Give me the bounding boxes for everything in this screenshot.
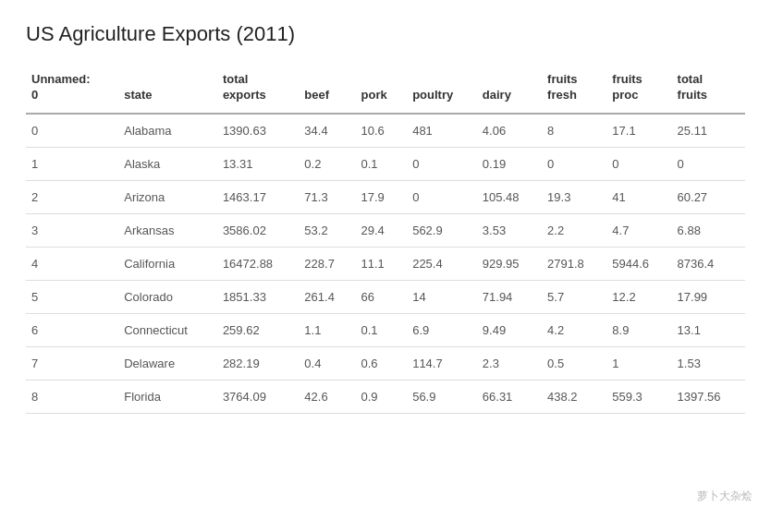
cell-dairy: 929.95 bbox=[477, 247, 542, 280]
cell-index: 5 bbox=[26, 280, 118, 313]
cell-fruits_fresh: 4.2 bbox=[542, 313, 606, 346]
cell-beef: 71.3 bbox=[299, 180, 355, 213]
cell-state: Alabama bbox=[118, 114, 217, 148]
cell-poultry: 0 bbox=[407, 180, 477, 213]
table-row: 4California16472.88228.711.1225.4929.952… bbox=[26, 247, 745, 280]
cell-total_exports: 282.19 bbox=[217, 346, 299, 380]
cell-fruits_fresh: 0 bbox=[542, 147, 606, 180]
cell-pork: 66 bbox=[356, 280, 408, 313]
cell-dairy: 2.3 bbox=[477, 346, 542, 380]
cell-fruits_proc: 12.2 bbox=[606, 280, 671, 313]
table-row: 5Colorado1851.33261.4661471.945.712.217.… bbox=[26, 280, 745, 313]
cell-index: 7 bbox=[26, 346, 118, 380]
cell-dairy: 4.06 bbox=[477, 114, 542, 148]
col-header-beef: beef bbox=[299, 65, 355, 114]
table-row: 1Alaska13.310.20.100.19000 bbox=[26, 147, 745, 180]
cell-fruits_fresh: 0.5 bbox=[542, 346, 606, 380]
cell-fruits_proc: 8.9 bbox=[606, 313, 671, 346]
table-row: 0Alabama1390.6334.410.64814.06817.125.11 bbox=[26, 114, 745, 148]
cell-dairy: 105.48 bbox=[477, 180, 542, 213]
cell-total_exports: 3586.02 bbox=[217, 213, 299, 247]
cell-state: Connecticut bbox=[118, 313, 217, 346]
col-header-dairy: dairy bbox=[477, 65, 542, 114]
cell-fruits_proc: 559.3 bbox=[606, 380, 671, 413]
cell-state: Florida bbox=[118, 380, 217, 413]
cell-total_exports: 1463.17 bbox=[217, 180, 299, 213]
cell-total_exports: 3764.09 bbox=[217, 380, 299, 413]
cell-poultry: 56.9 bbox=[407, 380, 477, 413]
col-header-fruits-fresh: fruits fresh bbox=[542, 65, 606, 114]
cell-pork: 10.6 bbox=[356, 114, 408, 148]
cell-poultry: 0 bbox=[407, 147, 477, 180]
cell-index: 2 bbox=[26, 180, 118, 213]
cell-total_exports: 259.62 bbox=[217, 313, 299, 346]
cell-total_exports: 13.31 bbox=[217, 147, 299, 180]
cell-state: California bbox=[118, 247, 217, 280]
cell-fruits_proc: 5944.6 bbox=[606, 247, 671, 280]
cell-dairy: 71.94 bbox=[477, 280, 542, 313]
cell-pork: 29.4 bbox=[356, 213, 408, 247]
col-header-poultry: poultry bbox=[407, 65, 477, 114]
cell-poultry: 481 bbox=[407, 114, 477, 148]
cell-pork: 11.1 bbox=[356, 247, 408, 280]
cell-index: 0 bbox=[26, 114, 118, 148]
cell-index: 4 bbox=[26, 247, 118, 280]
table-row: 8Florida3764.0942.60.956.966.31438.2559.… bbox=[26, 380, 745, 413]
col-header-fruits-proc: fruits proc bbox=[606, 65, 671, 114]
cell-index: 6 bbox=[26, 313, 118, 346]
cell-total_fruits: 17.99 bbox=[672, 280, 745, 313]
cell-beef: 42.6 bbox=[299, 380, 355, 413]
cell-beef: 53.2 bbox=[299, 213, 355, 247]
cell-dairy: 9.49 bbox=[477, 313, 542, 346]
table-header-row: Unnamed: 0 state total exports beef pork… bbox=[26, 65, 745, 114]
cell-total_fruits: 25.11 bbox=[672, 114, 745, 148]
cell-pork: 0.6 bbox=[356, 346, 408, 380]
cell-poultry: 14 bbox=[407, 280, 477, 313]
cell-pork: 17.9 bbox=[356, 180, 408, 213]
cell-total_exports: 1390.63 bbox=[217, 114, 299, 148]
cell-beef: 0.2 bbox=[299, 147, 355, 180]
table-row: 3Arkansas3586.0253.229.4562.93.532.24.76… bbox=[26, 213, 745, 247]
cell-total_exports: 1851.33 bbox=[217, 280, 299, 313]
cell-state: Delaware bbox=[118, 346, 217, 380]
cell-total_fruits: 1.53 bbox=[672, 346, 745, 380]
cell-state: Arkansas bbox=[118, 213, 217, 247]
cell-fruits_fresh: 438.2 bbox=[542, 380, 606, 413]
cell-poultry: 114.7 bbox=[407, 346, 477, 380]
cell-poultry: 6.9 bbox=[407, 313, 477, 346]
col-header-total-fruits: total fruits bbox=[672, 65, 745, 114]
col-header-index: Unnamed: 0 bbox=[26, 65, 118, 114]
cell-fruits_fresh: 2791.8 bbox=[542, 247, 606, 280]
cell-fruits_proc: 1 bbox=[606, 346, 671, 380]
page-title: US Agriculture Exports (2011) bbox=[26, 22, 745, 46]
cell-pork: 0.1 bbox=[356, 313, 408, 346]
col-header-pork: pork bbox=[356, 65, 408, 114]
cell-total_fruits: 8736.4 bbox=[672, 247, 745, 280]
cell-total_fruits: 60.27 bbox=[672, 180, 745, 213]
col-header-state: state bbox=[118, 65, 217, 114]
cell-dairy: 0.19 bbox=[477, 147, 542, 180]
cell-fruits_fresh: 2.2 bbox=[542, 213, 606, 247]
cell-dairy: 3.53 bbox=[477, 213, 542, 247]
cell-state: Arizona bbox=[118, 180, 217, 213]
cell-index: 1 bbox=[26, 147, 118, 180]
cell-fruits_proc: 41 bbox=[606, 180, 671, 213]
cell-total_exports: 16472.88 bbox=[217, 247, 299, 280]
table-row: 6Connecticut259.621.10.16.99.494.28.913.… bbox=[26, 313, 745, 346]
cell-fruits_proc: 0 bbox=[606, 147, 671, 180]
cell-fruits_fresh: 19.3 bbox=[542, 180, 606, 213]
cell-state: Colorado bbox=[118, 280, 217, 313]
table-row: 2Arizona1463.1771.317.90105.4819.34160.2… bbox=[26, 180, 745, 213]
cell-index: 3 bbox=[26, 213, 118, 247]
cell-beef: 34.4 bbox=[299, 114, 355, 148]
cell-pork: 0.1 bbox=[356, 147, 408, 180]
cell-beef: 1.1 bbox=[299, 313, 355, 346]
cell-total_fruits: 6.88 bbox=[672, 213, 745, 247]
cell-beef: 261.4 bbox=[299, 280, 355, 313]
table-row: 7Delaware282.190.40.6114.72.30.511.53 bbox=[26, 346, 745, 380]
cell-poultry: 562.9 bbox=[407, 213, 477, 247]
cell-dairy: 66.31 bbox=[477, 380, 542, 413]
cell-state: Alaska bbox=[118, 147, 217, 180]
col-header-total-exports: total exports bbox=[217, 65, 299, 114]
cell-index: 8 bbox=[26, 380, 118, 413]
